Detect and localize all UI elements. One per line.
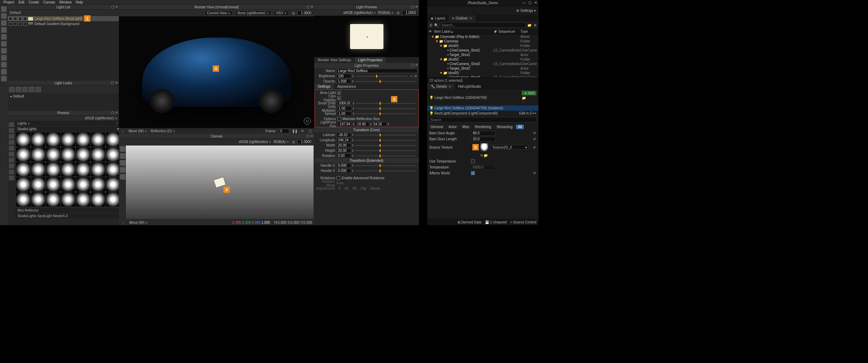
outliner-row[interactable]: ▼📁 shot01Folder: [427, 44, 538, 48]
looks-btn-4[interactable]: [29, 87, 34, 92]
tool-3[interactable]: [1, 20, 7, 26]
handlev-input[interactable]: [336, 168, 351, 173]
reset-icon[interactable]: ↺: [532, 171, 536, 175]
preset-thumb[interactable]: [16, 148, 30, 161]
close-icon[interactable]: ✕: [534, 1, 537, 5]
add-folder-icon[interactable]: 📁: [527, 23, 532, 27]
settings-icon[interactable]: ⚙: [533, 23, 537, 27]
canvas-viewport[interactable]: 2: [126, 145, 314, 219]
preset-thumb[interactable]: [91, 177, 105, 191]
tool-8[interactable]: [1, 55, 7, 61]
pill-streaming[interactable]: Streaming: [495, 125, 515, 129]
preset-thumb[interactable]: [91, 192, 105, 206]
outliner-row[interactable]: ▼📁 CamerasFolder: [427, 39, 538, 44]
close-icon[interactable]: ✕: [310, 134, 314, 137]
barn-len-input[interactable]: [471, 137, 495, 142]
close-icon[interactable]: ✕: [415, 5, 418, 8]
outliner-row[interactable]: • CineCamera_Shot1LS_CameraMotionCineCam…: [427, 48, 538, 53]
visibility-icon[interactable]: 👁: [429, 30, 432, 33]
close-icon[interactable]: ✕: [310, 5, 314, 8]
enable-checkbox[interactable]: [9, 17, 12, 21]
handlev-slider[interactable]: [355, 171, 416, 171]
ptool-8[interactable]: [9, 164, 14, 168]
tool-5[interactable]: [1, 34, 7, 40]
outliner-row[interactable]: • Target_Shot2Actor: [427, 66, 538, 71]
width-input[interactable]: [336, 143, 351, 148]
edit-cpp-link[interactable]: Edit in C++: [519, 111, 536, 115]
smart-dolly-input[interactable]: [337, 101, 352, 105]
handleu-input[interactable]: [336, 163, 351, 168]
mode-dropdown[interactable]: HSV: [274, 10, 289, 16]
presets-sub[interactable]: StudioLights▾: [15, 126, 121, 132]
texture-thumbnail[interactable]: [480, 143, 488, 151]
cam-vis-checkbox[interactable]: ✕: [337, 96, 341, 100]
preset-thumb[interactable]: [91, 148, 105, 161]
canvas-tool-5[interactable]: [120, 174, 125, 180]
tool-4[interactable]: [1, 27, 7, 33]
smart-dolly-slider[interactable]: [356, 103, 415, 104]
longitude-slider[interactable]: [355, 140, 416, 141]
preset-thumb[interactable]: [46, 133, 60, 147]
rotation-slider[interactable]: [355, 156, 416, 156]
undock-icon[interactable]: ▢: [411, 5, 414, 8]
preset-thumb[interactable]: [106, 177, 120, 191]
preset-thumb[interactable]: [76, 163, 90, 176]
tab-hdrlightstudio[interactable]: HdrLightStudio: [455, 84, 485, 89]
preset-thumb[interactable]: [31, 148, 45, 161]
undock-icon[interactable]: ▢: [111, 5, 114, 8]
link-checkbox[interactable]: [23, 22, 27, 26]
outliner-row[interactable]: • Target_Shot1Actor: [427, 53, 538, 57]
add-component-button[interactable]: ＋ Add: [522, 91, 536, 95]
light-row-softbox[interactable]: Large Rect Softbox [AreaLight]: [8, 16, 119, 21]
lp-zoom[interactable]: 1.0000: [402, 10, 417, 15]
reset-icon[interactable]: ↺: [532, 137, 536, 141]
undock-icon[interactable]: ▢: [411, 63, 414, 66]
preset-thumb[interactable]: [16, 133, 30, 147]
spread-slider[interactable]: [356, 113, 415, 114]
target-icon[interactable]: ◎: [396, 11, 400, 15]
frame-value[interactable]: 0: [279, 129, 289, 133]
pause-icon[interactable]: ❚❚: [293, 129, 297, 133]
filter-icon[interactable]: ☰: [429, 23, 433, 27]
preset-thumb[interactable]: [61, 163, 75, 176]
canvas-tool-1[interactable]: [120, 146, 125, 152]
lock-checkbox[interactable]: [18, 17, 22, 21]
canvas-monitor[interactable]: sRGB (rgbMonitor): [239, 140, 271, 144]
affects-world-checkbox[interactable]: ✓: [471, 171, 475, 175]
pill-actor[interactable]: Actor: [447, 125, 459, 129]
preset-thumb[interactable]: [31, 133, 45, 147]
preset-thumb[interactable]: [16, 177, 30, 191]
preset-thumb[interactable]: [61, 177, 75, 191]
tab-outliner[interactable]: ≡ Outliner ✕: [449, 15, 476, 21]
lock-checkbox[interactable]: [18, 22, 22, 26]
preset-thumb[interactable]: [31, 192, 45, 206]
menu-canvas[interactable]: Canvas: [43, 0, 55, 4]
more-icon[interactable]: ⋯: [522, 100, 526, 104]
looks-btn-3[interactable]: [22, 87, 28, 92]
dolly-mult-slider[interactable]: [356, 108, 415, 109]
snapshot-icon[interactable]: ▢: [308, 129, 312, 133]
preset-thumb[interactable]: [16, 163, 30, 176]
preset-thumb[interactable]: [46, 177, 60, 191]
tool-10[interactable]: [1, 69, 7, 74]
preset-thumb[interactable]: [76, 133, 90, 147]
tab-close-icon[interactable]: ✕: [469, 16, 472, 20]
minimize-icon[interactable]: —: [522, 1, 526, 5]
subtab-settings[interactable]: Settings: [314, 84, 334, 89]
move-icon[interactable]: ↕: [121, 129, 125, 133]
barn-angle-input[interactable]: [471, 131, 495, 136]
menu-window[interactable]: Window: [59, 0, 72, 4]
latitude-slider[interactable]: [355, 135, 416, 135]
opacity-slider[interactable]: [355, 81, 416, 82]
unsaved-status[interactable]: 💾 1 Unsaved: [485, 220, 507, 224]
enable-adv-checkbox[interactable]: [336, 176, 340, 180]
tab-close-icon[interactable]: ✕: [448, 85, 451, 88]
view-dropdown[interactable]: Current View: [204, 10, 233, 16]
presets-colorspace[interactable]: sRGB (rgbMonitor): [85, 116, 117, 120]
tab-details[interactable]: 🔧 Details ✕: [427, 84, 455, 89]
maintain-refl-checkbox[interactable]: [337, 117, 341, 121]
undock-icon[interactable]: ▢: [306, 134, 309, 137]
undock-icon[interactable]: ▢: [306, 5, 309, 8]
undock-icon[interactable]: ▢: [111, 111, 114, 114]
latitude-input[interactable]: [336, 133, 351, 137]
